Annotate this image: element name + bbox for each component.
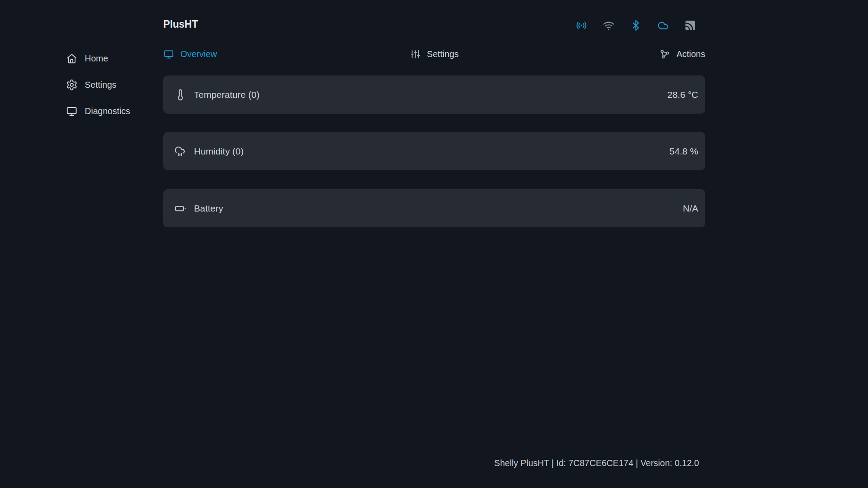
sidebar-item-label: Settings [85, 80, 116, 90]
battery-value: N/A [683, 203, 698, 214]
tab-overview[interactable]: Overview [163, 49, 217, 60]
sliders-icon [410, 49, 421, 60]
thermometer-icon [174, 89, 187, 101]
humidity-icon [174, 145, 187, 158]
nodes-icon [659, 49, 670, 60]
gear-icon [66, 79, 78, 91]
sidebar-item-home[interactable]: Home [66, 45, 130, 72]
tab-label: Overview [180, 49, 217, 59]
monitor-icon [66, 105, 78, 117]
sidebar-item-settings[interactable]: Settings [66, 72, 130, 98]
device-info-footer: Shelly PlusHT | Id: 7C87CE6CE174 | Versi… [163, 458, 699, 468]
tab-bar: Overview Settings [163, 47, 705, 61]
sidebar: Home Settings Diagnostics [66, 45, 130, 124]
cloud-icon [657, 19, 669, 32]
sidebar-item-label: Home [85, 54, 108, 64]
temperature-value: 28.6 °C [667, 90, 698, 100]
monitor-icon [163, 49, 174, 60]
mqtt-icon [684, 19, 696, 32]
home-icon [66, 53, 78, 65]
humidity-card[interactable]: Humidity (0) 54.8 % [163, 132, 705, 170]
battery-card[interactable]: Battery N/A [163, 189, 705, 227]
tab-label: Actions [676, 49, 705, 59]
bluetooth-icon [630, 19, 642, 32]
card-label: Battery [194, 203, 223, 214]
temperature-card[interactable]: Temperature (0) 28.6 °C [163, 75, 705, 114]
status-bar [575, 19, 696, 32]
wifi-icon [603, 19, 615, 32]
tab-label: Settings [427, 49, 459, 59]
sidebar-item-diagnostics[interactable]: Diagnostics [66, 98, 130, 124]
page-title: PlusHT [163, 18, 198, 30]
tab-actions[interactable]: Actions [659, 49, 705, 60]
card-label: Temperature (0) [194, 90, 259, 100]
tab-settings[interactable]: Settings [410, 49, 459, 60]
shelly-device-page: Home Settings Diagnostics PlusHT [0, 0, 868, 488]
card-label: Humidity (0) [194, 146, 244, 157]
access-point-icon [575, 19, 588, 32]
humidity-value: 54.8 % [670, 146, 698, 157]
battery-icon [174, 202, 187, 215]
sidebar-item-label: Diagnostics [85, 106, 130, 116]
